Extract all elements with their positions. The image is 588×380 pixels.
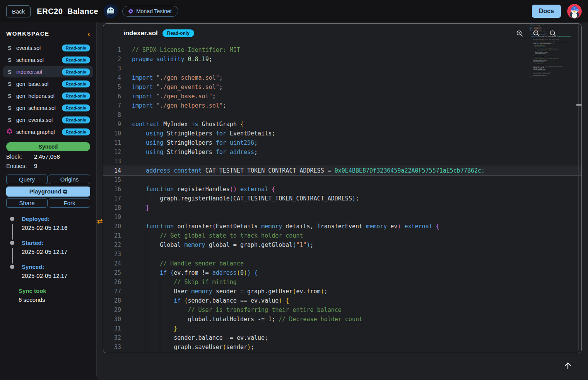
timeline-item: Started:2025-02-05 12:17	[10, 240, 96, 255]
zoom-in-icon[interactable]	[516, 30, 523, 37]
solidity-file-icon: S	[8, 69, 12, 75]
code-line: 31}	[103, 324, 581, 333]
sidebar-item-events.sol[interactable]: Sevents.solRead-only	[3, 42, 93, 53]
line-number: 15	[103, 175, 123, 185]
sidebar-item-indexer.sol[interactable]: Sindexer.solRead-only	[3, 66, 93, 77]
code-line: 4import "./gen_schema.sol";	[103, 73, 581, 82]
sync-duration: Sync took 6 seconds	[19, 288, 96, 303]
line-number: 7	[103, 101, 123, 110]
expand-panel-up-arrow-button[interactable]	[561, 360, 575, 374]
code-line: 25if (ev.from != address(0)) {	[103, 268, 581, 277]
scrollbar-track[interactable]	[578, 24, 579, 350]
query-button[interactable]: Query	[6, 175, 48, 184]
timeline-value: 2025-02-05 12:17	[22, 248, 96, 255]
sidebar-item-schema.sol[interactable]: Sschema.solRead-only	[3, 54, 93, 65]
code-line: 26// Skip if minting	[103, 277, 581, 287]
scrollbar-thumb[interactable]	[576, 104, 582, 106]
code-line: 20function onTransfer(EventDetails memor…	[103, 222, 581, 231]
code-line: 24// Handle sender balance	[103, 259, 581, 268]
solidity-file-icon: S	[8, 93, 12, 99]
monad-diamond-icon	[128, 9, 133, 14]
share-button[interactable]: Share	[6, 198, 48, 208]
code-line: 32sender.balance -= ev.value;	[103, 333, 581, 342]
line-number: 14	[103, 166, 123, 175]
code-line: 14address constant CAT_TESTNET_TOKEN_CON…	[103, 166, 581, 176]
top-bar: Back ERC20_Balance Monad Testnet Docs	[0, 0, 588, 22]
code-line: 2pragma solidity 0.8.19;	[103, 55, 581, 64]
entities-value: 9	[34, 163, 37, 169]
timeline-label: Deployed:	[22, 216, 96, 222]
timeline-value: 2025-02-05 12:17	[22, 272, 96, 279]
block-label: Block:	[6, 153, 34, 160]
network-badge-label: Monad Testnet	[136, 8, 172, 14]
up-arrow-icon	[564, 361, 572, 370]
minimap[interactable]: // SPDX-License-Identifier: MITpragma so…	[530, 24, 571, 78]
code-line: 5import "./gen_events.sol";	[103, 82, 581, 92]
network-badge[interactable]: Monad Testnet	[122, 6, 178, 17]
fork-button[interactable]: Fork	[49, 198, 90, 208]
line-number: 10	[103, 129, 123, 138]
sidebar-resize-handle[interactable]: ⇄	[97, 217, 103, 225]
timeline-dot-icon	[10, 217, 14, 221]
line-number: 31	[103, 324, 123, 333]
code-line: 13	[103, 157, 581, 166]
code-line: 10using StringHelpers for EventDetails;	[103, 129, 581, 138]
readonly-badge: Read-only	[62, 45, 90, 51]
sidebar-item-gen_schema.sol[interactable]: Sgen_schema.solRead-only	[3, 102, 93, 113]
readonly-badge: Read-only	[62, 56, 90, 63]
file-name: schema.graphql	[16, 129, 55, 135]
file-name: indexer.sol	[16, 69, 42, 75]
code-line: 30global.totalHolders -= 1; // Decrease …	[103, 315, 581, 324]
sidebar-item-gen_helpers.sol[interactable]: Sgen_helpers.solRead-only	[3, 90, 93, 101]
workspace-header: WORKSPACE	[6, 30, 50, 37]
entities-label: Entities:	[6, 163, 34, 169]
docs-button[interactable]: Docs	[532, 5, 561, 18]
code-line: 22Global memory global = graph.getGlobal…	[103, 240, 581, 250]
sidebar-item-schema.graphql[interactable]: schema.graphqlRead-only	[3, 126, 93, 137]
readonly-badge: Read-only	[62, 92, 90, 99]
code-line: 16function registerHandles() external {	[103, 185, 581, 194]
code-line: 6import "./gen_base.sol";	[103, 92, 581, 101]
code-line: 27User memory sender = graph.getUser(ev.…	[103, 287, 581, 296]
sidebar-item-gen_base.sol[interactable]: Sgen_base.solRead-only	[3, 78, 93, 89]
deployment-timeline: Deployed:2025-02-05 12:16Started:2025-02…	[10, 216, 96, 279]
code-line: 11using StringHelpers for uint256;	[103, 138, 581, 147]
user-avatar[interactable]	[567, 4, 582, 19]
line-number: 8	[103, 110, 123, 120]
file-name: events.sol	[16, 45, 41, 51]
timeline-item: Deployed:2025-02-05 12:16	[10, 216, 96, 231]
timeline-dot-icon	[10, 241, 14, 245]
line-number: 11	[103, 138, 123, 147]
block-stat: Block: 2,457,058	[0, 151, 96, 161]
entities-stat: Entities: 9	[0, 161, 96, 170]
origins-button[interactable]: Origins	[49, 175, 90, 184]
line-number: 24	[103, 259, 123, 268]
line-number: 23	[103, 250, 123, 259]
graphql-file-icon	[7, 128, 12, 134]
code-line: 23	[103, 250, 581, 259]
code-line: 19	[103, 212, 581, 222]
line-number: 19	[103, 212, 123, 222]
line-number: 32	[103, 333, 123, 342]
collapse-sidebar-chevron-icon[interactable]: ‹	[87, 31, 90, 36]
line-number: 17	[103, 194, 123, 203]
code-line: 7import "./gen_helpers.sol";	[103, 101, 581, 110]
playground-button[interactable]: Playground ⧉	[6, 187, 90, 197]
code-line: 18}	[103, 203, 581, 212]
solidity-file-icon: S	[8, 117, 12, 123]
line-number: 5	[103, 82, 123, 92]
file-name: schema.sol	[16, 57, 44, 63]
line-number: 13	[103, 157, 123, 166]
readonly-badge: Read-only	[62, 68, 90, 75]
code-line: 29// User is transferring their entire b…	[103, 305, 581, 315]
solidity-file-icon: S	[8, 45, 12, 51]
line-number: 21	[103, 231, 123, 240]
code-line: 1// SPDX-License-Identifier: MIT	[103, 45, 581, 55]
line-number: 18	[103, 203, 123, 212]
back-button[interactable]: Back	[6, 5, 31, 17]
sync-took-label: Sync took	[19, 288, 96, 294]
code-line: 28if (sender.balance == ev.value) {	[103, 296, 581, 305]
code-area: 1// SPDX-License-Identifier: MIT2pragma …	[103, 43, 581, 353]
line-number: 25	[103, 268, 123, 277]
sidebar-item-gen_events.sol[interactable]: Sgen_events.solRead-only	[3, 114, 93, 125]
